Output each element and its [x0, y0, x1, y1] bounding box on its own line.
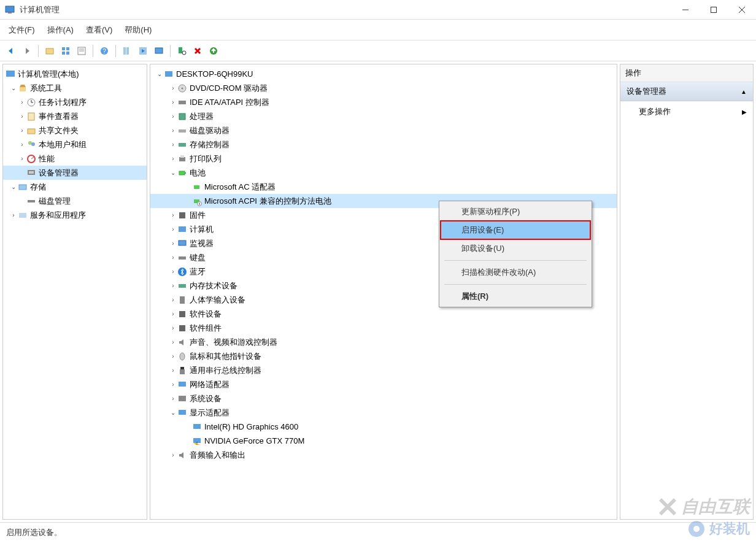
menu-action[interactable]: 操作(A)	[41, 21, 80, 39]
tree-performance[interactable]: ›性能	[3, 152, 147, 166]
tree-event-viewer[interactable]: ›事件查看器	[3, 109, 147, 123]
svg-rect-43	[179, 114, 185, 120]
device-nvidia[interactable]: ›!NVIDIA GeForce GTX 770M	[150, 434, 617, 448]
svg-rect-42	[179, 101, 186, 104]
svg-rect-50	[194, 185, 199, 189]
minimize-button[interactable]	[671, 0, 700, 20]
device-disk-drives[interactable]: ›磁盘驱动器	[150, 123, 617, 137]
svg-rect-64	[180, 369, 185, 374]
ctx-properties[interactable]: 属性(R)	[441, 287, 590, 306]
left-tree-pane[interactable]: 计算机管理(本地) ⌄系统工具 ›任务计划程序 ›事件查看器 ›共享文件夹 ›本…	[2, 64, 147, 520]
device-display-adapters[interactable]: ⌄显示适配器	[150, 406, 617, 420]
ctx-uninstall[interactable]: 卸载设备(U)	[441, 239, 590, 258]
svg-rect-58	[179, 284, 186, 288]
update-button[interactable]	[206, 44, 221, 58]
forward-button[interactable]	[20, 44, 34, 58]
svg-rect-20	[179, 47, 182, 53]
tree-device-manager[interactable]: ›设备管理器	[3, 166, 147, 180]
svg-rect-59	[180, 296, 185, 304]
svg-rect-7	[62, 47, 65, 50]
back-button[interactable]	[4, 44, 18, 58]
ctx-enable-device[interactable]: 启用设备(E)	[441, 221, 590, 239]
device-tree-pane[interactable]: ⌄DESKTOP-6QH99KU ›DVD/CD-ROM 驱动器 ›IDE AT…	[150, 64, 617, 520]
actions-section[interactable]: 设备管理器 ▲	[620, 82, 753, 101]
device-dvd[interactable]: ›DVD/CD-ROM 驱动器	[150, 81, 617, 95]
svg-rect-45	[179, 143, 186, 147]
statusbar: 启用所选设备。	[0, 522, 756, 542]
device-battery[interactable]: ⌄电池	[150, 166, 617, 180]
device-intel-hd[interactable]: ›Intel(R) HD Graphics 4600	[150, 420, 617, 434]
tree-storage[interactable]: ⌄存储	[3, 180, 147, 194]
columns-button[interactable]	[120, 44, 134, 58]
device-print-queues[interactable]: ›打印队列	[150, 152, 617, 166]
device-software-components[interactable]: ›软件组件	[150, 321, 617, 335]
close-button[interactable]	[728, 0, 756, 20]
tree-local-users[interactable]: ›本地用户和组	[3, 137, 147, 152]
device-software-devices[interactable]: ›软件设备	[150, 307, 617, 321]
svg-rect-8	[66, 47, 69, 50]
tree-system-tools[interactable]: ⌄系统工具	[3, 81, 147, 95]
device-root[interactable]: ⌄DESKTOP-6QH99KU	[150, 67, 617, 81]
window-controls	[671, 0, 756, 20]
svg-point-41	[182, 87, 183, 89]
svg-rect-17	[126, 47, 129, 55]
menubar: 文件(F) 操作(A) 查看(V) 帮助(H)	[0, 20, 756, 40]
svg-rect-29	[28, 129, 35, 134]
tree-computer-management[interactable]: 计算机管理(本地)	[3, 67, 147, 81]
device-mouse[interactable]: ›鼠标和其他指针设备	[150, 349, 617, 363]
app-icon	[5, 5, 15, 15]
context-menu: 更新驱动程序(P) 启用设备(E) 卸载设备(U) 扫描检测硬件改动(A) 属性…	[439, 201, 592, 307]
svg-text:!: !	[196, 441, 198, 445]
disable-button[interactable]	[190, 44, 205, 58]
monitor-button[interactable]	[152, 44, 166, 58]
svg-rect-55	[179, 241, 186, 245]
svg-point-72	[693, 526, 700, 532]
svg-rect-6	[46, 48, 53, 54]
device-ac-adapter[interactable]: ›Microsoft AC 适配器	[150, 180, 617, 194]
svg-rect-37	[28, 200, 35, 202]
svg-rect-65	[179, 382, 186, 387]
watermark-1: 自由互联	[657, 495, 750, 518]
up-button[interactable]	[42, 44, 57, 58]
device-system-devices[interactable]: ›系统设备	[150, 391, 617, 406]
svg-rect-23	[6, 71, 15, 77]
device-cpu[interactable]: ›处理器	[150, 109, 617, 123]
properties-button[interactable]	[74, 44, 89, 58]
tree-disk-management[interactable]: ›磁盘管理	[3, 194, 147, 208]
device-storage-ctrl[interactable]: ›存储控制器	[150, 137, 617, 152]
help-button[interactable]: ?	[97, 44, 112, 58]
device-network[interactable]: ›网络适配器	[150, 377, 617, 391]
tree-task-scheduler[interactable]: ›任务计划程序	[3, 95, 147, 109]
device-usb[interactable]: ›通用串行总线控制器	[150, 363, 617, 377]
ctx-update-driver[interactable]: 更新驱动程序(P)	[441, 202, 590, 221]
menu-help[interactable]: 帮助(H)	[118, 21, 158, 39]
chevron-right-icon: ▶	[742, 109, 747, 115]
actions-more[interactable]: 更多操作 ▶	[620, 101, 753, 122]
svg-line-33	[31, 157, 34, 159]
maximize-button[interactable]	[700, 0, 728, 20]
svg-rect-35	[29, 171, 34, 174]
view-grid-button[interactable]	[58, 44, 73, 58]
watermark-2: 好装机	[687, 520, 750, 538]
menu-view[interactable]: 查看(V)	[80, 21, 118, 39]
play-button[interactable]	[136, 44, 150, 58]
tree-shared-folders[interactable]: ›共享文件夹	[3, 123, 147, 137]
device-sound[interactable]: ›声音、视频和游戏控制器	[150, 335, 617, 349]
status-text: 启用所选设备。	[6, 527, 62, 538]
scan-hardware-button[interactable]	[174, 44, 189, 58]
svg-rect-36	[19, 185, 26, 190]
collapse-icon[interactable]: ▲	[741, 88, 747, 95]
menu-file[interactable]: 文件(F)	[2, 21, 41, 39]
ctx-separator	[444, 284, 587, 285]
svg-rect-66	[179, 396, 186, 401]
actions-pane: 操作 设备管理器 ▲ 更多操作 ▶	[620, 64, 754, 520]
ctx-scan[interactable]: 扫描检测硬件改动(A)	[441, 263, 590, 282]
device-audio-io[interactable]: ›音频输入和输出	[150, 448, 617, 462]
svg-rect-24	[20, 87, 26, 91]
content-area: 计算机管理(本地) ⌄系统工具 ›任务计划程序 ›事件查看器 ›共享文件夹 ›本…	[0, 61, 756, 522]
svg-point-31	[31, 142, 35, 146]
device-ide[interactable]: ›IDE ATA/ATAPI 控制器	[150, 95, 617, 109]
svg-rect-60	[179, 311, 185, 317]
tree-services-apps[interactable]: ›服务和应用程序	[3, 208, 147, 222]
actions-header: 操作	[620, 64, 753, 82]
